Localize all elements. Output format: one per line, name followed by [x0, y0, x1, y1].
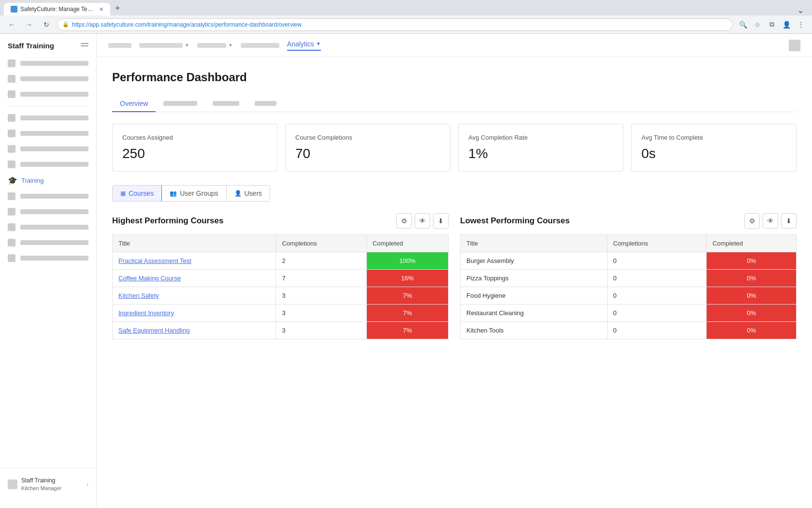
highest-filter-button[interactable]: ⚙ [396, 213, 412, 229]
sidebar-item-3[interactable] [0, 87, 96, 102]
highest-row-1-title-link[interactable]: Coffee Making Course [118, 275, 181, 282]
highest-table-row: Ingredient Inventory37% [113, 305, 449, 322]
main-content: ▼ ▼ Analytics ▼ Performance Dashboard [97, 34, 812, 508]
highest-row-0-completions: 2 [276, 252, 366, 270]
highest-row-3-completions: 3 [276, 305, 366, 322]
tab-3-placeholder [213, 101, 239, 106]
sidebar-item-8[interactable] [0, 189, 96, 204]
active-tab[interactable]: SafetyCulture: Manage Teams and... ✕ [4, 3, 110, 15]
lowest-row-2-title: Food Hygiene [461, 287, 608, 305]
sidebar-item-5[interactable] [0, 126, 96, 141]
sidebar-item-10[interactable] [0, 219, 96, 235]
stat-label-completions: Course Completions [295, 134, 440, 141]
sidebar-menu-icon[interactable] [81, 43, 88, 49]
extensions-button[interactable]: ⧉ [766, 18, 778, 31]
tab-2[interactable] [156, 96, 205, 112]
tab-4[interactable] [247, 96, 284, 112]
sidebar-item-2[interactable] [0, 71, 96, 87]
sidebar-item-5-icon [8, 130, 15, 137]
lowest-table-row: Pizza Toppings00% [461, 270, 797, 287]
sidebar-item-training[interactable]: 🎓 Training [0, 172, 96, 189]
filter-tab-user-groups[interactable]: 👥 User Groups [162, 186, 226, 201]
highest-eye-button[interactable]: 👁 [415, 213, 430, 229]
lowest-download-button[interactable]: ⬇ [781, 213, 797, 229]
lowest-col-completed: Completed [707, 235, 797, 252]
sidebar-item-10-label [20, 225, 88, 230]
highest-row-1-completions: 7 [276, 270, 366, 287]
filter-tab-users-label: Users [245, 189, 262, 197]
sidebar-item-1[interactable] [0, 56, 96, 71]
filter-tab-courses[interactable]: ▦ Courses [113, 186, 162, 201]
highest-row-0-title-link[interactable]: Practical Assessment Test [118, 257, 191, 264]
stats-row: Courses Assigned 250 Course Completions … [112, 124, 797, 172]
sidebar-item-7-label [20, 162, 88, 167]
address-bar[interactable]: 🔒 https://app.safetyculture.com/training… [57, 18, 733, 31]
top-nav-action-icon[interactable] [789, 40, 800, 51]
highest-performing-title: Highest Performing Courses [112, 216, 224, 226]
filter-tab-courses-label: Courses [129, 189, 154, 197]
nav-analytics[interactable]: Analytics ▼ [287, 40, 321, 51]
nav-dropdown-1[interactable]: ▼ [139, 43, 189, 48]
highest-row-2-completed: 7% [366, 287, 448, 305]
sidebar-item-12-label [20, 256, 88, 261]
tab-close-button[interactable]: ✕ [99, 6, 103, 13]
nav-dropdown-2[interactable]: ▼ [197, 43, 233, 48]
sidebar-item-training-label: Training [21, 177, 44, 184]
sidebar-team-1-text: Staff Training Kitchen Manager [21, 477, 83, 492]
tables-row: Highest Performing Courses ⚙ 👁 ⬇ Title C… [112, 213, 797, 339]
highest-col-title: Title [113, 235, 276, 252]
nav-ph-3 [197, 43, 226, 48]
filter-tab-users[interactable]: 👤 Users [227, 186, 270, 201]
stat-card-completion-rate: Avg Completion Rate 1% [458, 124, 624, 172]
sidebar-item-4[interactable] [0, 110, 96, 126]
sidebar-chevron-1: › [87, 481, 88, 488]
highest-row-3-title-link[interactable]: Ingredient Inventory [118, 309, 174, 317]
sidebar-item-11[interactable] [0, 235, 96, 250]
refresh-button[interactable]: ↻ [40, 18, 53, 31]
filter-tab-user-groups-label: User Groups [180, 189, 218, 197]
bookmark-button[interactable]: ☆ [751, 18, 764, 31]
sidebar-team-1[interactable]: Staff Training Kitchen Manager › [0, 472, 96, 496]
highest-row-0-completed: 100% [366, 252, 448, 270]
tab-overview[interactable]: Overview [112, 96, 156, 112]
sidebar-divider-1 [8, 106, 88, 106]
tab-3[interactable] [205, 96, 247, 112]
lowest-eye-button[interactable]: 👁 [763, 213, 778, 229]
lowest-row-0-completions: 0 [607, 252, 707, 270]
lowest-table-row: Burger Assembly00% [461, 252, 797, 270]
sidebar-bottom: Staff Training Kitchen Manager › [0, 468, 96, 500]
back-button[interactable]: ← [5, 18, 18, 31]
new-tab-button[interactable]: + [110, 1, 125, 15]
forward-button[interactable]: → [22, 18, 36, 31]
highest-download-button[interactable]: ⬇ [433, 213, 449, 229]
training-icon: 🎓 [8, 176, 16, 185]
nav-ph-4 [241, 43, 279, 48]
highest-row-2-title: Kitchen Safety [113, 287, 276, 305]
lowest-row-1-completed: 0% [707, 270, 797, 287]
tab-menu-button[interactable]: ⌄ [797, 5, 804, 15]
sidebar-item-6[interactable] [0, 141, 96, 157]
sidebar-item-7[interactable] [0, 157, 96, 172]
highest-row-2-title-link[interactable]: Kitchen Safety [118, 292, 159, 299]
sidebar-item-3-label [20, 92, 88, 97]
highest-row-4-title-link[interactable]: Safe Equipment Handling [118, 327, 189, 334]
highest-col-completed: Completed [366, 235, 448, 252]
nav-analytics-arrow: ▼ [316, 41, 321, 46]
sidebar-team-1-line2: Kitchen Manager [21, 485, 83, 492]
nav-dropdown-3[interactable] [241, 43, 279, 48]
lowest-filter-button[interactable]: ⚙ [744, 213, 760, 229]
lowest-row-4-title: Kitchen Tools [461, 322, 608, 339]
nav-ph-1 [108, 43, 131, 48]
profile-button[interactable]: 👤 [780, 18, 793, 31]
lowest-row-0-completed: 0% [707, 252, 797, 270]
highest-row-1-completed: 16% [366, 270, 448, 287]
highest-table-header-row: Title Completions Completed [113, 235, 449, 252]
nav-arrow-1: ▼ [185, 43, 189, 48]
sidebar-item-1-label [20, 61, 88, 66]
sidebar-item-9[interactable] [0, 204, 96, 219]
menu-button[interactable]: ⋮ [795, 18, 807, 31]
highest-row-4-completions: 3 [276, 322, 366, 339]
search-button[interactable]: 🔍 [737, 18, 749, 31]
lowest-col-title: Title [461, 235, 608, 252]
sidebar-item-12[interactable] [0, 250, 96, 266]
